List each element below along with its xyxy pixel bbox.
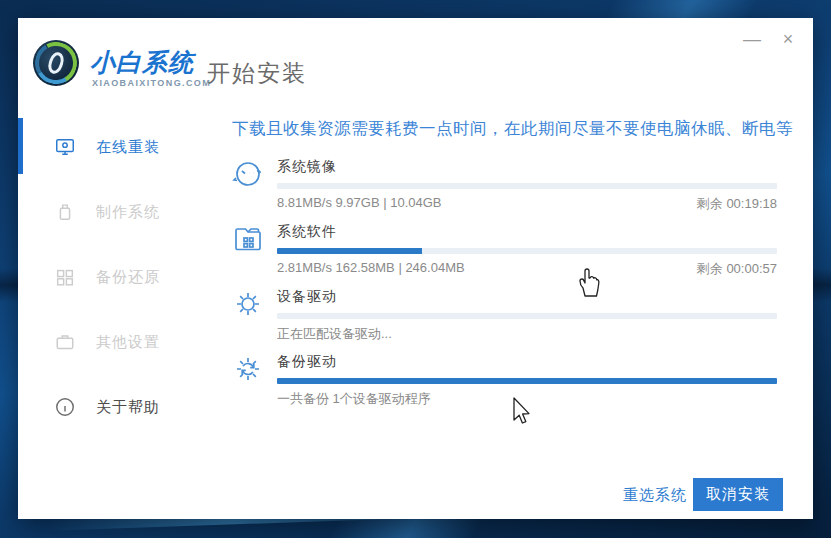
face-icon bbox=[232, 158, 264, 190]
task-remaining: 剩余 00:00:57 bbox=[697, 260, 777, 278]
task-detail: 8.81MB/s 9.97GB | 10.04GB bbox=[277, 195, 442, 213]
sidebar-item-backup-restore[interactable]: 备份还原 bbox=[54, 262, 160, 292]
task-row-backup-driver: 备份驱动 一共备份 1个设备驱动程序 bbox=[232, 353, 777, 411]
sidebar-item-label: 在线重装 bbox=[96, 138, 160, 157]
task-title: 系统镜像 bbox=[277, 158, 777, 176]
task-row-system-software: 系统软件 2.81MB/s 162.58MB | 246.04MB 剩余 00:… bbox=[232, 223, 777, 281]
progress-bar bbox=[277, 248, 777, 254]
gear-sync-icon bbox=[232, 353, 264, 385]
sidebar-item-about-help[interactable]: 关于帮助 bbox=[54, 392, 160, 422]
sidebar: 在线重装 制作系统 备份还原 bbox=[18, 110, 200, 519]
info-icon bbox=[54, 396, 76, 418]
progress-bar bbox=[277, 313, 777, 319]
briefcase-icon bbox=[54, 331, 76, 353]
installer-window: 小白系统 XIAOBAIXITONG.COM 开始安装 — × 在线重装 制作系… bbox=[18, 18, 813, 519]
sidebar-item-online-reinstall[interactable]: 在线重装 bbox=[54, 132, 160, 162]
task-title: 备份驱动 bbox=[277, 353, 777, 371]
reselect-system-button[interactable]: 重选系统 bbox=[623, 486, 687, 505]
task-title: 设备驱动 bbox=[277, 288, 777, 306]
gear-icon bbox=[232, 288, 264, 320]
sidebar-item-label: 其他设置 bbox=[96, 333, 160, 352]
minimize-icon[interactable]: — bbox=[739, 26, 765, 52]
sidebar-item-label: 关于帮助 bbox=[96, 398, 160, 417]
task-detail: 正在匹配设备驱动... bbox=[277, 325, 392, 343]
task-detail: 一共备份 1个设备驱动程序 bbox=[277, 390, 431, 408]
sidebar-active-indicator bbox=[18, 118, 23, 174]
cancel-install-button[interactable]: 取消安装 bbox=[693, 478, 783, 511]
task-row-system-image: 系统镜像 8.81MB/s 9.97GB | 10.04GB 剩余 00:19:… bbox=[232, 158, 777, 216]
page-title: 开始安装 bbox=[207, 58, 307, 89]
sidebar-item-label: 制作系统 bbox=[96, 203, 160, 222]
task-remaining: 剩余 00:19:18 bbox=[697, 195, 777, 213]
download-notice: 下载且收集资源需要耗费一点时间，在此期间尽量不要使电脑休眠、断电等 bbox=[232, 118, 785, 140]
monitor-icon bbox=[54, 136, 76, 158]
progress-bar bbox=[277, 183, 777, 189]
app-logo-domain: XIAOBAIXITONG.COM bbox=[92, 78, 211, 88]
task-title: 系统软件 bbox=[277, 223, 777, 241]
app-logo-icon bbox=[33, 40, 79, 86]
sidebar-item-other-settings[interactable]: 其他设置 bbox=[54, 327, 160, 357]
progress-bar bbox=[277, 378, 777, 384]
close-icon[interactable]: × bbox=[775, 26, 801, 52]
folder-grid-icon bbox=[232, 223, 264, 255]
grid-icon bbox=[54, 266, 76, 288]
task-row-device-driver: 设备驱动 正在匹配设备驱动... bbox=[232, 288, 777, 346]
usb-icon bbox=[54, 201, 76, 223]
sidebar-item-label: 备份还原 bbox=[96, 268, 160, 287]
sidebar-item-make-system[interactable]: 制作系统 bbox=[54, 197, 160, 227]
task-detail: 2.81MB/s 162.58MB | 246.04MB bbox=[277, 260, 465, 278]
app-logo-name: 小白系统 bbox=[90, 46, 194, 79]
